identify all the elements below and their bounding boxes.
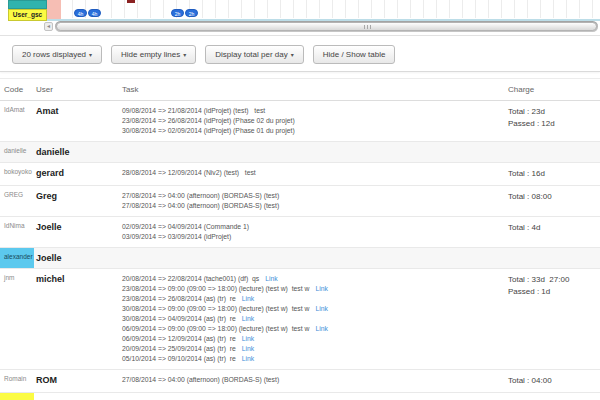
caret-down-icon: ▾ [89, 52, 92, 58]
task-line: 23/08/2014 => 09:00 (09:00 => 18:00) (le… [122, 284, 508, 294]
caret-down-icon: ▾ [291, 52, 294, 58]
task-link[interactable]: Link [315, 325, 327, 332]
task-link[interactable]: Link [242, 335, 254, 342]
task-cell: 23/08/2014 => 24/08/2014 (as) (as) saLin… [122, 393, 508, 400]
user-cell: Joelle [34, 217, 122, 237]
task-line: 05/10/2014 => 09/10/2014 (as) (tr) reLin… [122, 354, 508, 364]
task-line: 06/09/2014 => 12/09/2014 (as) (tr) reLin… [122, 334, 508, 344]
table-row: GREGGreg27/08/2014 => 04:00 (afternoon) … [0, 186, 600, 217]
charge-cell: Total : 23dPassed : 12d [508, 101, 600, 135]
toolbar-button-hide-empty-lines[interactable]: Hide empty lines▾ [111, 45, 196, 64]
task-text: 03/09/2014 => 03/09/2014 (idProjet) [122, 233, 231, 240]
task-text: 27/08/2014 => 04:00 (afternoon) (BORDAS-… [122, 376, 279, 383]
task-cell: 28/08/2014 => 12/09/2014 (Niv2) (test) t… [122, 163, 508, 183]
toolbar-button-label: Hide / Show table [323, 50, 386, 59]
gantt-task-pill[interactable]: 4h [74, 9, 87, 17]
task-text: 06/09/2014 => 09:00 (09:00 => 18:00) (le… [122, 325, 309, 332]
task-line: 30/08/2014 => 09:00 (09:00 => 18:00) (le… [122, 304, 508, 314]
task-line: 27/08/2014 => 04:00 (afternoon) (BORDAS-… [122, 191, 508, 201]
user-task-table: Code User Task Charge IdAmatAmat09/08/20… [0, 78, 600, 400]
user-cell: Joelle [34, 248, 122, 268]
toolbar-button-hide-show-table[interactable]: Hide / Show table [313, 45, 396, 64]
user-cell: gerard [34, 163, 122, 183]
task-cell [122, 248, 508, 258]
charge-line: Total : 33d 27:00 [508, 274, 600, 286]
header-code: Code [0, 79, 34, 100]
gantt-task-pill[interactable]: 4h [88, 9, 101, 17]
gantt-selected-user-cell[interactable]: User_gsc [8, 9, 47, 21]
task-line: 20/08/2014 => 22/08/2014 (tache001) (df)… [122, 274, 508, 284]
gantt-grid-lines [60, 0, 600, 18]
task-line: 23/08/2014 => 26/08/2014 (as) (tr) reLin… [122, 294, 508, 304]
charge-line: Total : 4d [508, 222, 600, 234]
user-cell: ROM [34, 370, 122, 390]
toolbar-button-label: 20 rows displayed [22, 50, 86, 59]
horizontal-scrollbar[interactable] [55, 21, 598, 32]
task-text: 30/08/2014 => 09:00 (09:00 => 18:00) (le… [122, 305, 309, 312]
task-text: 20/08/2014 => 22/08/2014 (tache001) (df)… [122, 275, 259, 282]
toolbar-button-20-rows-displayed[interactable]: 20 rows displayed▾ [12, 45, 102, 64]
task-line: 28/08/2014 => 12/09/2014 (Niv2) (test) t… [122, 168, 508, 178]
header-user: User [34, 79, 122, 100]
task-line: 02/09/2014 => 04/09/2014 (Commande 1) [122, 222, 508, 232]
charge-cell: Total : 16d [508, 163, 600, 185]
task-text: 09/08/2014 => 21/08/2014 (idProjet) (tes… [122, 107, 265, 114]
task-text: 06/09/2014 => 12/09/2014 (as) (tr) re [122, 335, 236, 342]
gantt-task-pill[interactable]: 2h [185, 9, 198, 17]
task-link[interactable]: Link [242, 315, 254, 322]
charge-line: Total : 23d [508, 106, 600, 118]
task-link[interactable]: Link [315, 305, 327, 312]
table-row: IdAmatAmat09/08/2014 => 21/08/2014 (idPr… [0, 101, 600, 142]
task-link[interactable]: Link [242, 355, 254, 362]
task-cell: 27/08/2014 => 04:00 (afternoon) (BORDAS-… [122, 370, 508, 390]
user-table-body: IdAmatAmat09/08/2014 => 21/08/2014 (idPr… [0, 101, 600, 400]
charge-cell [508, 248, 600, 258]
gantt-pink-cell [47, 0, 61, 21]
task-link[interactable]: Link [242, 345, 254, 352]
user-cell: michel [34, 269, 122, 289]
task-text: 02/09/2014 => 04/09/2014 (Commande 1) [122, 223, 249, 230]
scroll-left-icon: ◂ [47, 23, 50, 29]
code-cell: IdAmat [0, 101, 34, 141]
user-cell: Greg [34, 186, 122, 206]
task-link[interactable]: Link [315, 285, 327, 292]
table-row: jnmmichel20/08/2014 => 22/08/2014 (tache… [0, 269, 600, 370]
caret-down-icon: ▾ [183, 52, 186, 58]
charge-cell: Total : 33d 27:00Passed : 1d [508, 269, 600, 303]
charge-line: Passed : 12d [508, 118, 600, 130]
code-cell: IdNima [0, 217, 34, 247]
scrollbar-thumb[interactable] [56, 22, 597, 31]
gantt-task-pill[interactable]: 2h [171, 9, 184, 17]
charge-cell [508, 142, 600, 152]
table-row: bokoyokogerard28/08/2014 => 12/09/2014 (… [0, 163, 600, 186]
toolbar-button-display-total-per-day[interactable]: Display total per day▾ [205, 45, 304, 64]
task-text: 28/08/2014 => 12/09/2014 (Niv2) (test) t… [122, 169, 256, 176]
table-row: danielledanielle [0, 142, 600, 163]
task-link[interactable]: Link [242, 295, 254, 302]
code-cell: jnm [0, 269, 34, 369]
task-line: 06/09/2014 => 09:00 (09:00 => 18:00) (le… [122, 324, 508, 334]
charge-cell: Total : 4d [508, 217, 600, 239]
task-line: 27/08/2014 => 04:00 (afternoon) (BORDAS-… [122, 375, 508, 385]
task-text: 23/08/2014 => 26/08/2014 (idProjet) (Pha… [122, 117, 295, 124]
charge-line: Total : 16d [508, 168, 600, 180]
task-line: 09/08/2014 => 21/08/2014 (idProjet) (tes… [122, 106, 508, 116]
charge-cell: Total : 4d [508, 393, 600, 400]
toolbar-button-label: Display total per day [215, 50, 287, 59]
table-row: IdNimaJoelle02/09/2014 => 04/09/2014 (Co… [0, 217, 600, 248]
code-cell: bokoyoko [0, 163, 34, 185]
task-text: 05/10/2014 => 09/10/2014 (as) (tr) re [122, 355, 236, 362]
task-cell: 02/09/2014 => 04/09/2014 (Commande 1)03/… [122, 217, 508, 247]
user-cell: Amat [34, 101, 122, 121]
task-link[interactable]: Link [265, 275, 277, 282]
task-text: 30/08/2014 => 02/09/2014 (idProjet) (Pha… [122, 127, 295, 134]
code-cell: alexander [0, 248, 34, 268]
task-line: 20/09/2014 => 25/09/2014 (as) (tr) reLin… [122, 344, 508, 354]
charge-line: Total : 08:00 [508, 191, 600, 203]
task-cell: 27/08/2014 => 04:00 (afternoon) (BORDAS-… [122, 186, 508, 216]
task-line: 27/08/2014 => 04:00 (afternoon) (BORDAS-… [122, 201, 508, 211]
screen: User_gsc 4h 4h 2h 2h ◂ 20 rows displayed… [0, 0, 600, 400]
scroll-left-button[interactable]: ◂ [44, 22, 53, 31]
task-text: 27/08/2014 => 04:00 (afternoon) (BORDAS-… [122, 192, 279, 199]
task-line: 23/08/2014 => 26/08/2014 (idProjet) (Pha… [122, 116, 508, 126]
